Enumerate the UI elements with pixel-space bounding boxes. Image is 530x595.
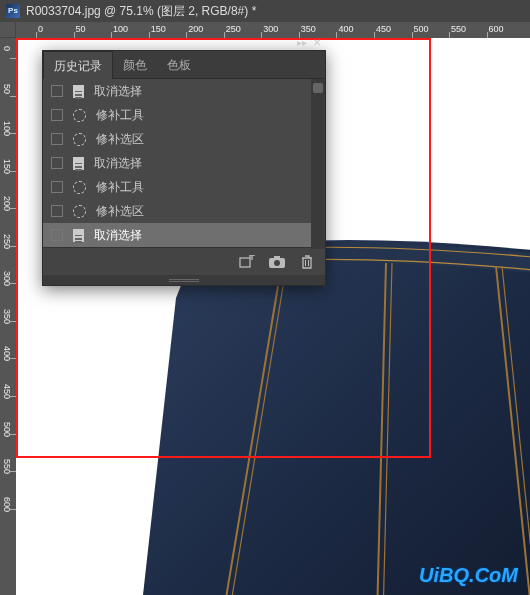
history-item-label: 取消选择 [94, 83, 317, 100]
ruler-tick-label: 500 [2, 422, 12, 437]
ruler-tick: 600 [487, 22, 488, 38]
ruler-tick-label: 250 [226, 24, 241, 34]
panel-body: 取消选择修补工具修补选区取消选择修补工具修补选区取消选择 [43, 79, 325, 247]
watermark: UiBQ.CoM [419, 564, 518, 587]
image-content [136, 238, 530, 595]
ruler-horizontal[interactable]: 050100150200250300350400450500550600 [16, 22, 530, 38]
ruler-tick: 50 [74, 22, 75, 38]
history-item-label: 取消选择 [94, 227, 317, 244]
ruler-tick-label: 0 [2, 46, 12, 51]
ruler-tick-label: 400 [338, 24, 353, 34]
ruler-tick: 150 [149, 22, 150, 38]
marquee-icon [73, 133, 86, 146]
svg-rect-0 [240, 258, 250, 267]
ruler-tick-label: 150 [151, 24, 166, 34]
ruler-tick-label: 300 [263, 24, 278, 34]
tab-history[interactable]: 历史记录 [43, 51, 113, 79]
ruler-tick: 200 [186, 22, 187, 38]
history-visibility-toggle[interactable] [51, 205, 63, 217]
delete-icon[interactable] [299, 254, 315, 270]
ruler-tick: 100 [0, 133, 16, 134]
photoshop-icon: Ps [6, 4, 20, 18]
marquee-icon [73, 109, 86, 122]
ruler-tick: 300 [261, 22, 262, 38]
history-item[interactable]: 修补选区 [43, 199, 325, 223]
ruler-tick-label: 100 [2, 121, 12, 136]
ruler-origin[interactable] [0, 22, 16, 38]
tab-label: 历史记录 [54, 59, 102, 73]
ruler-vertical[interactable]: 050100150200250300350400450500550600 [0, 38, 16, 595]
ruler-tick-label: 600 [2, 497, 12, 512]
svg-point-2 [274, 260, 280, 266]
panel-close-icon[interactable]: ✕ [313, 37, 321, 48]
history-item-label: 修补选区 [96, 203, 317, 220]
ruler-tick: 550 [449, 22, 450, 38]
ruler-tick: 400 [0, 358, 16, 359]
history-visibility-toggle[interactable] [51, 133, 63, 145]
ruler-tick-label: 200 [2, 196, 12, 211]
history-visibility-toggle[interactable] [51, 157, 63, 169]
marquee-icon [73, 205, 86, 218]
svg-rect-3 [274, 256, 280, 259]
history-item[interactable]: 取消选择 [43, 79, 325, 103]
ruler-tick-label: 400 [2, 346, 12, 361]
ruler-tick: 50 [0, 96, 16, 97]
history-list: 取消选择修补工具修补选区取消选择修补工具修补选区取消选择 [43, 79, 325, 247]
history-panel[interactable]: ▸▸ ✕ 历史记录 颜色 色板 取消选择修补工具修补选区取消选择修补工具修补选区… [42, 50, 326, 286]
scrollbar-thumb[interactable] [313, 83, 323, 93]
ruler-tick-label: 550 [451, 24, 466, 34]
tab-color[interactable]: 颜色 [113, 51, 157, 79]
ruler-tick: 150 [0, 171, 16, 172]
history-item-label: 修补工具 [96, 107, 317, 124]
ruler-tick-label: 50 [2, 84, 12, 94]
history-visibility-toggle[interactable] [51, 181, 63, 193]
ruler-tick-label: 150 [2, 159, 12, 174]
history-item[interactable]: 修补选区 [43, 127, 325, 151]
ruler-tick: 250 [0, 246, 16, 247]
ruler-tick-label: 300 [2, 271, 12, 286]
ruler-tick-label: 600 [489, 24, 504, 34]
history-item-label: 修补选区 [96, 131, 317, 148]
history-item[interactable]: 修补工具 [43, 103, 325, 127]
ruler-tick: 0 [0, 58, 16, 59]
snapshot-icon[interactable] [269, 254, 285, 270]
ruler-tick: 100 [111, 22, 112, 38]
panel-menu-icon[interactable]: ▸▸ [297, 37, 307, 48]
tab-label: 颜色 [123, 58, 147, 72]
history-visibility-toggle[interactable] [51, 229, 63, 241]
ruler-tick-label: 250 [2, 234, 12, 249]
panel-footer [43, 247, 325, 275]
ruler-tick: 450 [374, 22, 375, 38]
history-item[interactable]: 取消选择 [43, 223, 325, 247]
history-visibility-toggle[interactable] [51, 85, 63, 97]
ruler-tick: 500 [412, 22, 413, 38]
new-document-from-state-icon[interactable] [239, 254, 255, 270]
ruler-tick-label: 500 [414, 24, 429, 34]
panel-scrollbar[interactable] [311, 79, 325, 249]
document-icon [73, 229, 84, 242]
ruler-tick: 0 [36, 22, 37, 38]
history-item[interactable]: 取消选择 [43, 151, 325, 175]
ruler-tick: 550 [0, 471, 16, 472]
ruler-tick-label: 550 [2, 459, 12, 474]
ruler-tick-label: 200 [188, 24, 203, 34]
document-icon [73, 85, 84, 98]
marquee-icon [73, 181, 86, 194]
tab-swatches[interactable]: 色板 [157, 51, 201, 79]
ruler-tick: 450 [0, 396, 16, 397]
history-visibility-toggle[interactable] [51, 109, 63, 121]
ruler-tick-label: 350 [2, 309, 12, 324]
ruler-tick-label: 450 [2, 384, 12, 399]
ruler-tick: 300 [0, 283, 16, 284]
history-item-label: 取消选择 [94, 155, 317, 172]
ruler-tick: 600 [0, 509, 16, 510]
title-bar: Ps R0033704.jpg @ 75.1% (图层 2, RGB/8#) * [0, 0, 530, 22]
panel-resize-handle[interactable] [43, 275, 325, 285]
ruler-tick: 350 [0, 321, 16, 322]
panel-header: ▸▸ ✕ 历史记录 颜色 色板 [43, 51, 325, 79]
ruler-tick: 200 [0, 208, 16, 209]
ruler-tick: 400 [336, 22, 337, 38]
ruler-tick: 500 [0, 434, 16, 435]
history-item[interactable]: 修补工具 [43, 175, 325, 199]
ruler-tick: 250 [224, 22, 225, 38]
